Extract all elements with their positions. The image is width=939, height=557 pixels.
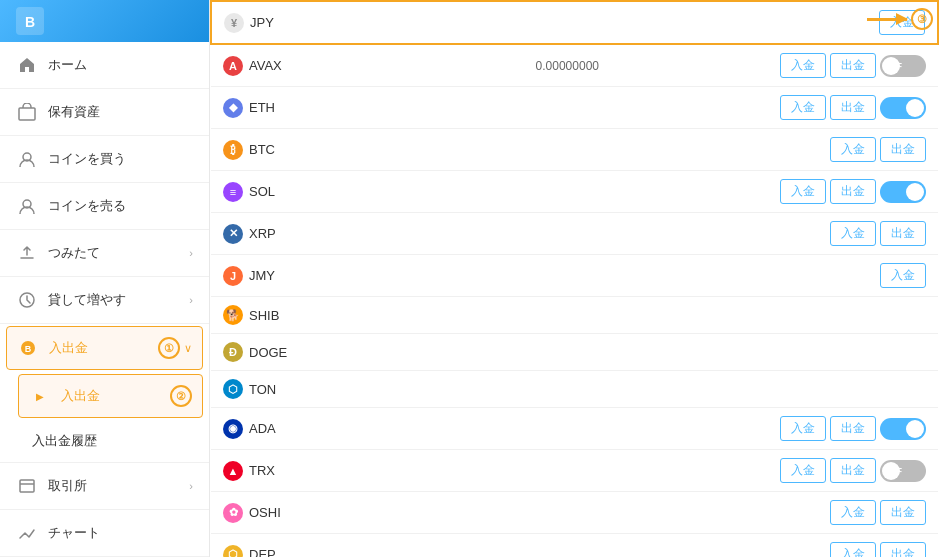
withdraw-button[interactable]: 出金: [880, 542, 926, 557]
sidebar-item-assets[interactable]: 保有資産: [0, 89, 209, 136]
sidebar-item-savings[interactable]: つみたて ›: [0, 230, 209, 277]
deposit-button[interactable]: 入金: [830, 221, 876, 246]
coin-buttons-cell: 入金出金 ON: [651, 87, 938, 128]
sidebar-label-sell: コインを売る: [48, 197, 193, 215]
toggle-off[interactable]: OFF: [880, 460, 926, 482]
deposit-button[interactable]: 入金: [830, 542, 876, 557]
coin-icon: ⬡: [223, 379, 243, 399]
coin-name: ⬡ TON: [223, 379, 419, 399]
sidebar-item-trade[interactable]: 取引所 ›: [0, 463, 209, 510]
coin-amount-cell: [431, 492, 611, 534]
deposit-button[interactable]: 入金: [830, 137, 876, 162]
coin-name-cell: J JMY: [211, 255, 431, 297]
lend-arrow: ›: [189, 294, 193, 306]
coin-buttons-cell: [651, 297, 938, 313]
sidebar-item-sell[interactable]: コインを売る: [0, 183, 209, 230]
coin-buttons-cell: [651, 371, 938, 387]
coin-icon: ✿: [223, 503, 243, 523]
coin-buttons-cell: 入金出金 OFF: [651, 450, 938, 491]
withdraw-button[interactable]: 出金: [830, 53, 876, 78]
coin-name-cell: ₿ BTC: [211, 129, 431, 171]
coin-name: ≡ SOL: [223, 182, 419, 202]
coin-icon: J: [223, 266, 243, 286]
sidebar-item-lend[interactable]: 貸して増やす ›: [0, 277, 209, 324]
toggle-on[interactable]: ON: [880, 181, 926, 203]
toggle-label-on: ON: [909, 103, 923, 113]
coin-symbol: DOGE: [249, 345, 287, 360]
coin-name: ₿ BTC: [223, 140, 419, 160]
coin-name: 🐕 SHIB: [223, 305, 419, 325]
coin-name: ⬡ DEP: [223, 545, 419, 558]
deposit-button[interactable]: 入金: [830, 500, 876, 525]
deposit-button[interactable]: 入金: [780, 53, 826, 78]
coin-symbol: JMY: [249, 268, 275, 283]
toggle-on[interactable]: ON: [880, 97, 926, 119]
coin-name-cell: ⬡ DEP: [211, 534, 431, 558]
sidebar-label-history: 入出金履歴: [32, 432, 193, 450]
coin-buttons-cell: 入金出金 OFF: [651, 45, 938, 86]
withdraw-button[interactable]: 出金: [830, 95, 876, 120]
sidebar: B ホーム 保有資産 コインを買う コインを売る つみたて ›: [0, 0, 210, 557]
coin-name-cell: A AVAX: [211, 44, 431, 87]
coin-buttons-cell: 入金: [651, 255, 938, 296]
assets-icon: [16, 101, 38, 123]
sidebar-label-lend: 貸して増やす: [48, 291, 189, 309]
sidebar-header: B: [0, 0, 209, 42]
coin-buttons-cell: 入金出金: [651, 213, 938, 254]
coin-icon: ◉: [223, 419, 243, 439]
withdraw-button[interactable]: 出金: [880, 221, 926, 246]
sidebar-label-chart: チャート: [48, 524, 193, 542]
coin-amount-cell: [431, 255, 611, 297]
lend-icon: [16, 289, 38, 311]
sidebar-item-chart[interactable]: チャート: [0, 510, 209, 557]
coin-amount-cell: [431, 334, 611, 371]
coin-buttons-cell: [651, 334, 938, 350]
home-icon: [16, 54, 38, 76]
toggle-off[interactable]: OFF: [880, 55, 926, 77]
coin-buttons-cell: 入金出金: [651, 534, 938, 557]
withdraw-button[interactable]: 出金: [880, 137, 926, 162]
coin-icon: ✕: [223, 224, 243, 244]
trade-arrow: ›: [189, 480, 193, 492]
coin-symbol: JPY: [250, 15, 274, 30]
deposit-button[interactable]: 入金: [780, 458, 826, 483]
svg-text:B: B: [25, 14, 35, 30]
svg-rect-2: [19, 108, 35, 120]
sidebar-label-deposit-sub: 入出金: [61, 387, 166, 405]
coin-symbol: SHIB: [249, 308, 279, 323]
withdraw-button[interactable]: 出金: [830, 458, 876, 483]
withdraw-button[interactable]: 出金: [880, 500, 926, 525]
withdraw-button[interactable]: 出金: [830, 416, 876, 441]
coin-amount-cell: [431, 171, 611, 213]
savings-arrow: ›: [189, 247, 193, 259]
toggle-label-off: OFF: [884, 466, 902, 476]
deposit-button[interactable]: 入金: [780, 416, 826, 441]
sidebar-item-history[interactable]: 入出金履歴: [0, 420, 209, 463]
coin-buttons-cell: 入金出金: [651, 492, 938, 533]
coin-name-cell: Ð DOGE: [211, 334, 431, 371]
coin-name-cell: ✿ OSHI: [211, 492, 431, 534]
coin-symbol: ETH: [249, 100, 275, 115]
coin-buttons-cell: 入金出金: [651, 129, 938, 170]
coin-icon: A: [223, 56, 243, 76]
sidebar-item-buy[interactable]: コインを買う: [0, 136, 209, 183]
toggle-label-on: ON: [909, 187, 923, 197]
sidebar-item-home[interactable]: ホーム: [0, 42, 209, 89]
logo-icon: B: [16, 7, 44, 35]
deposit-button[interactable]: 入金: [780, 179, 826, 204]
sidebar-item-deposit-sub[interactable]: ▶ 入出金 ②: [18, 374, 203, 418]
coin-name: ✕ XRP: [223, 224, 419, 244]
coin-amount-cell: [431, 450, 611, 492]
deposit-button[interactable]: 入金: [780, 95, 826, 120]
main-content: ¥ JPY 入金 A AVAX 0.00000000入金出金 OFF ◆ ETH…: [210, 0, 939, 557]
coin-symbol: ADA: [249, 421, 276, 436]
coin-buttons-cell: 入金出金 ON: [651, 171, 938, 212]
withdraw-button[interactable]: 出金: [830, 179, 876, 204]
coin-name-cell: ✕ XRP: [211, 213, 431, 255]
coin-symbol: TRX: [249, 463, 275, 478]
coin-icon: ⬡: [223, 545, 243, 558]
sidebar-item-deposit[interactable]: B 入出金 ① ∨: [6, 326, 203, 370]
deposit-button[interactable]: 入金: [880, 263, 926, 288]
sidebar-label-home: ホーム: [48, 56, 193, 74]
toggle-on[interactable]: ON: [880, 418, 926, 440]
